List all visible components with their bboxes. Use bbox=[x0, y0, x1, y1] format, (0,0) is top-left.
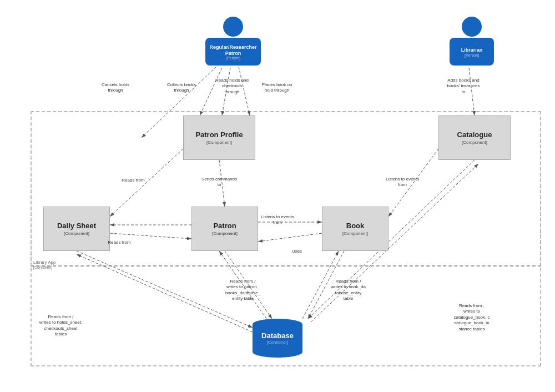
library-app-label: Library App[Container] bbox=[33, 260, 56, 270]
patron-profile-type: [Component] bbox=[206, 140, 232, 145]
patron-actor-node: Regular/Researcher Patron [Person] bbox=[205, 17, 261, 66]
book-type: [Component] bbox=[342, 231, 368, 236]
daily-sheet-type: [Component] bbox=[64, 231, 89, 236]
librarian-actor-name: Librarian bbox=[461, 47, 483, 53]
edge-label-adds: Adds books andbooks' instancesto bbox=[438, 78, 488, 95]
catalogue-type: [Component] bbox=[462, 140, 487, 145]
edge-label-places: Places book onhold through bbox=[258, 82, 296, 94]
daily-sheet-name: Daily Sheet bbox=[57, 222, 96, 230]
edge-label-reads-holds: Reads holds andcheckoutsthrough bbox=[210, 78, 254, 95]
svg-line-4 bbox=[222, 68, 230, 115]
db-type: [Container] bbox=[266, 340, 288, 345]
patron-name: Patron bbox=[213, 222, 236, 230]
librarian-actor-node: Librarian [Person] bbox=[450, 17, 494, 66]
librarian-actor-type: [Person] bbox=[465, 53, 479, 57]
patron-actor-name: Regular/Researcher Patron bbox=[209, 44, 256, 57]
catalogue-component: Catalogue [Component] bbox=[438, 115, 511, 160]
book-name: Book bbox=[346, 222, 365, 230]
librarian-actor-head bbox=[462, 17, 482, 37]
svg-line-6 bbox=[469, 68, 475, 115]
patron-component: Patron [Component] bbox=[191, 207, 258, 251]
patron-profile-name: Patron Profile bbox=[195, 130, 243, 139]
db-name: Database bbox=[261, 331, 294, 340]
diagram: Library App[Container] bbox=[0, 0, 555, 392]
patron-actor-head bbox=[223, 17, 243, 37]
librarian-actor-body: Librarian [Person] bbox=[450, 38, 494, 66]
database-node: Database [Container] bbox=[253, 319, 302, 358]
svg-line-5 bbox=[239, 67, 250, 115]
book-component: Book [Component] bbox=[322, 207, 389, 251]
daily-sheet-component: Daily Sheet [Component] bbox=[43, 207, 110, 251]
catalogue-name: Catalogue bbox=[457, 130, 492, 139]
db-bottom bbox=[253, 346, 302, 358]
patron-actor-type: [Person] bbox=[226, 56, 240, 60]
patron-actor-body: Regular/Researcher Patron [Person] bbox=[205, 38, 261, 66]
edge-label-cancels: Cancels holdsthrough bbox=[93, 82, 138, 94]
edge-label-collects: Collects booksthrough bbox=[162, 82, 201, 94]
svg-line-3 bbox=[200, 68, 222, 115]
patron-profile-component: Patron Profile [Component] bbox=[183, 115, 255, 160]
patron-type: [Component] bbox=[212, 231, 238, 236]
